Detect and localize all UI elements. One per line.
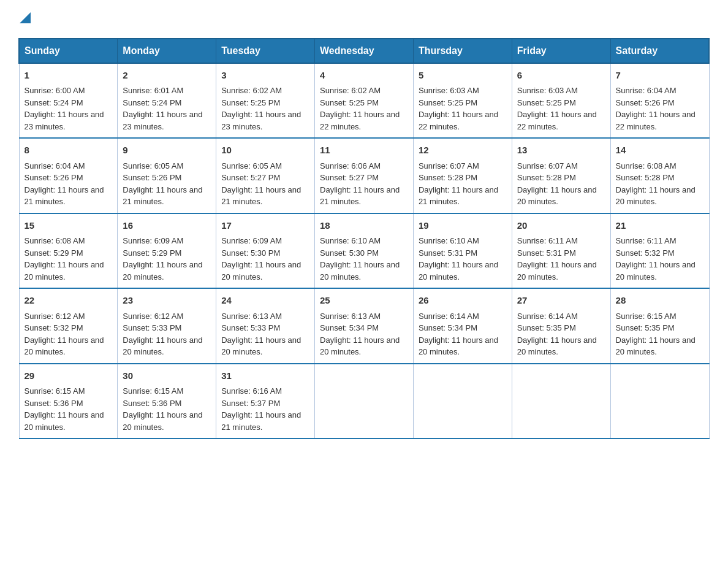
day-number: 4 — [320, 69, 408, 83]
sunrise-text: Sunrise: 6:09 AM — [221, 236, 282, 245]
sunrise-text: Sunrise: 6:15 AM — [616, 312, 677, 321]
sunset-text: Sunset: 5:37 PM — [221, 399, 280, 408]
daylight-text: Daylight: 11 hours and 20 minutes. — [25, 410, 104, 432]
daylight-text: Daylight: 11 hours and 21 minutes. — [25, 185, 104, 207]
calendar-day-cell: 2Sunrise: 6:01 AMSunset: 5:24 PMDaylight… — [118, 63, 216, 139]
daylight-text: Daylight: 11 hours and 22 minutes. — [616, 110, 696, 131]
calendar-day-cell: 25Sunrise: 6:13 AMSunset: 5:34 PMDayligh… — [315, 288, 414, 364]
sunset-text: Sunset: 5:27 PM — [320, 173, 379, 182]
calendar-day-cell: 24Sunrise: 6:13 AMSunset: 5:33 PMDayligh… — [216, 288, 315, 364]
sunset-text: Sunset: 5:26 PM — [616, 98, 675, 107]
daylight-text: Daylight: 11 hours and 20 minutes. — [616, 260, 696, 282]
sunrise-text: Sunrise: 6:15 AM — [25, 386, 85, 396]
calendar-day-cell — [512, 364, 610, 439]
sunset-text: Sunset: 5:32 PM — [616, 248, 675, 258]
calendar-day-cell: 13Sunrise: 6:07 AMSunset: 5:28 PMDayligh… — [512, 138, 610, 213]
sunset-text: Sunset: 5:35 PM — [517, 323, 576, 332]
calendar-day-cell: 11Sunrise: 6:06 AMSunset: 5:27 PMDayligh… — [315, 138, 414, 213]
sunset-text: Sunset: 5:35 PM — [616, 323, 675, 332]
sunrise-text: Sunrise: 6:08 AM — [25, 236, 85, 245]
sunset-text: Sunset: 5:27 PM — [221, 173, 280, 182]
calendar-day-cell — [413, 364, 512, 439]
day-number: 19 — [419, 219, 507, 233]
calendar-day-cell — [315, 364, 414, 439]
sunrise-text: Sunrise: 6:04 AM — [25, 161, 85, 170]
daylight-text: Daylight: 11 hours and 20 minutes. — [616, 335, 696, 357]
daylight-text: Daylight: 11 hours and 20 minutes. — [320, 260, 400, 282]
day-number: 16 — [123, 219, 211, 233]
weekday-header-tuesday: Tuesday — [216, 39, 315, 63]
sunset-text: Sunset: 5:29 PM — [123, 248, 181, 258]
calendar-day-cell: 30Sunrise: 6:15 AMSunset: 5:36 PMDayligh… — [118, 364, 216, 439]
sunrise-text: Sunrise: 6:12 AM — [25, 312, 85, 321]
logo — [18, 12, 31, 26]
daylight-text: Daylight: 11 hours and 21 minutes. — [419, 185, 498, 207]
weekday-header-sunday: Sunday — [19, 39, 118, 63]
day-number: 18 — [320, 219, 408, 233]
day-number: 3 — [221, 69, 309, 83]
logo-triangle-icon — [20, 12, 31, 23]
day-number: 24 — [221, 294, 309, 308]
sunrise-text: Sunrise: 6:16 AM — [221, 386, 282, 396]
day-number: 9 — [123, 144, 211, 158]
day-number: 29 — [25, 369, 113, 383]
sunset-text: Sunset: 5:33 PM — [221, 323, 280, 332]
svg-marker-0 — [20, 12, 31, 23]
day-number: 26 — [419, 294, 507, 308]
sunset-text: Sunset: 5:34 PM — [419, 323, 477, 332]
daylight-text: Daylight: 11 hours and 21 minutes. — [123, 185, 202, 207]
calendar-week-row: 1Sunrise: 6:00 AMSunset: 5:24 PMDaylight… — [19, 63, 709, 139]
day-number: 28 — [616, 294, 704, 308]
sunrise-text: Sunrise: 6:03 AM — [419, 86, 479, 95]
calendar-day-cell: 20Sunrise: 6:11 AMSunset: 5:31 PMDayligh… — [512, 213, 610, 289]
daylight-text: Daylight: 11 hours and 20 minutes. — [123, 260, 202, 282]
day-number: 20 — [517, 219, 605, 233]
daylight-text: Daylight: 11 hours and 23 minutes. — [221, 110, 301, 131]
calendar-day-cell: 28Sunrise: 6:15 AMSunset: 5:35 PMDayligh… — [610, 288, 709, 364]
daylight-text: Daylight: 11 hours and 20 minutes. — [517, 260, 597, 282]
calendar-table: SundayMondayTuesdayWednesdayThursdayFrid… — [18, 38, 710, 440]
calendar-day-cell: 17Sunrise: 6:09 AMSunset: 5:30 PMDayligh… — [216, 213, 315, 289]
sunset-text: Sunset: 5:36 PM — [123, 399, 181, 408]
calendar-day-cell: 5Sunrise: 6:03 AMSunset: 5:25 PMDaylight… — [413, 63, 512, 139]
sunrise-text: Sunrise: 6:03 AM — [517, 86, 578, 95]
day-number: 25 — [320, 294, 408, 308]
day-number: 6 — [517, 69, 605, 83]
sunset-text: Sunset: 5:34 PM — [320, 323, 379, 332]
weekday-header-row: SundayMondayTuesdayWednesdayThursdayFrid… — [19, 39, 709, 63]
calendar-day-cell — [610, 364, 709, 439]
day-number: 11 — [320, 144, 408, 158]
sunset-text: Sunset: 5:26 PM — [25, 173, 83, 182]
sunrise-text: Sunrise: 6:02 AM — [221, 86, 282, 95]
day-number: 7 — [616, 69, 704, 83]
calendar-day-cell: 3Sunrise: 6:02 AMSunset: 5:25 PMDaylight… — [216, 63, 315, 139]
sunrise-text: Sunrise: 6:02 AM — [320, 86, 381, 95]
daylight-text: Daylight: 11 hours and 20 minutes. — [221, 260, 301, 282]
sunrise-text: Sunrise: 6:14 AM — [517, 312, 578, 321]
daylight-text: Daylight: 11 hours and 22 minutes. — [517, 110, 597, 131]
daylight-text: Daylight: 11 hours and 20 minutes. — [419, 335, 498, 357]
daylight-text: Daylight: 11 hours and 20 minutes. — [320, 335, 400, 357]
calendar-day-cell: 6Sunrise: 6:03 AMSunset: 5:25 PMDaylight… — [512, 63, 610, 139]
calendar-day-cell: 10Sunrise: 6:05 AMSunset: 5:27 PMDayligh… — [216, 138, 315, 213]
weekday-header-friday: Friday — [512, 39, 610, 63]
day-number: 31 — [221, 369, 309, 383]
daylight-text: Daylight: 11 hours and 21 minutes. — [221, 185, 301, 207]
sunrise-text: Sunrise: 6:04 AM — [616, 86, 677, 95]
calendar-day-cell: 29Sunrise: 6:15 AMSunset: 5:36 PMDayligh… — [19, 364, 118, 439]
sunrise-text: Sunrise: 6:00 AM — [25, 86, 85, 95]
weekday-header-wednesday: Wednesday — [315, 39, 414, 63]
calendar-week-row: 15Sunrise: 6:08 AMSunset: 5:29 PMDayligh… — [19, 213, 709, 289]
weekday-header-monday: Monday — [118, 39, 216, 63]
sunrise-text: Sunrise: 6:05 AM — [221, 161, 282, 170]
day-number: 21 — [616, 219, 704, 233]
sunrise-text: Sunrise: 6:13 AM — [320, 312, 381, 321]
sunrise-text: Sunrise: 6:08 AM — [616, 161, 677, 170]
calendar-day-cell: 23Sunrise: 6:12 AMSunset: 5:33 PMDayligh… — [118, 288, 216, 364]
sunrise-text: Sunrise: 6:06 AM — [320, 161, 381, 170]
sunrise-text: Sunrise: 6:09 AM — [123, 236, 183, 245]
daylight-text: Daylight: 11 hours and 20 minutes. — [221, 335, 301, 357]
sunset-text: Sunset: 5:24 PM — [123, 98, 181, 107]
sunset-text: Sunset: 5:28 PM — [517, 173, 576, 182]
day-number: 8 — [25, 144, 113, 158]
